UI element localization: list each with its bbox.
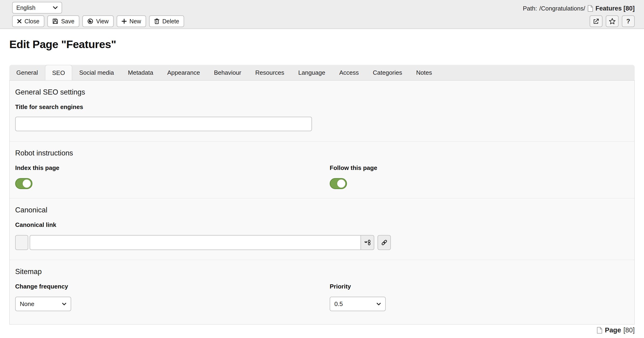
section-robot-instructions: Robot instructions Index this page Follo… <box>10 141 634 198</box>
change-frequency-value: None <box>20 300 34 308</box>
footer-page-type: Page <box>605 326 621 334</box>
priority-field: Priority 0.5 <box>330 276 629 311</box>
preview-link-button[interactable] <box>361 235 374 250</box>
chevron-down-icon <box>62 302 66 305</box>
new-button[interactable]: New <box>117 16 146 27</box>
priority-value: 0.5 <box>334 300 343 308</box>
chevron-down-icon <box>53 6 58 9</box>
save-icon <box>52 18 58 24</box>
section-heading: General SEO settings <box>15 88 629 96</box>
index-this-page-label: Index this page <box>15 164 330 172</box>
toggle-knob <box>337 179 345 188</box>
help-button-label: ? <box>626 18 630 25</box>
tab-language[interactable]: Language <box>291 65 332 80</box>
section-heading: Canonical <box>15 206 629 214</box>
follow-this-page-toggle[interactable] <box>330 178 347 189</box>
insert-link-button[interactable] <box>378 235 391 250</box>
tab-social-media[interactable]: Social media <box>72 65 121 80</box>
canonical-link-input[interactable] <box>30 235 361 250</box>
path-prefix: Path: <box>523 5 537 12</box>
priority-select[interactable]: 0.5 <box>330 297 386 311</box>
page-title: Edit Page "Features" <box>9 38 116 51</box>
page-icon <box>597 327 602 334</box>
plus-icon <box>122 19 127 24</box>
tab-notes[interactable]: Notes <box>409 65 439 80</box>
index-this-page-toggle[interactable] <box>15 178 32 189</box>
tab-bar: General SEO Social media Metadata Appear… <box>9 65 635 80</box>
follow-this-page-label: Follow this page <box>330 164 629 172</box>
breadcrumb: Path: /Congratulations/ Features [80] <box>523 3 635 14</box>
footer-page-id: [80] <box>624 326 635 334</box>
seo-tab-panel: General SEO settings Title for search en… <box>9 80 635 324</box>
path-text: /Congratulations/ <box>539 5 585 12</box>
tab-metadata[interactable]: Metadata <box>121 65 160 80</box>
section-general-seo: General SEO settings Title for search en… <box>10 81 634 141</box>
change-frequency-select[interactable]: None <box>15 297 71 311</box>
tab-appearance[interactable]: Appearance <box>160 65 207 80</box>
chevron-down-icon <box>376 302 381 305</box>
language-select-value: English <box>16 5 36 11</box>
eye-link-icon <box>364 239 371 246</box>
title-for-search-engines-input[interactable] <box>15 117 312 131</box>
section-heading: Robot instructions <box>15 149 629 157</box>
close-icon <box>17 19 22 24</box>
close-button[interactable]: Close <box>12 16 44 27</box>
editor-body: General SEO Social media Metadata Appear… <box>9 65 635 324</box>
canonical-link-group <box>15 235 629 250</box>
close-button-label: Close <box>24 18 40 25</box>
tab-resources[interactable]: Resources <box>248 65 291 80</box>
priority-label: Priority <box>330 283 629 290</box>
link-icon <box>381 239 388 246</box>
delete-button[interactable]: Delete <box>149 16 184 27</box>
view-icon <box>87 18 93 24</box>
footer-page-indicator: Page [80] <box>597 326 635 334</box>
canonical-link-label: Canonical link <box>15 221 629 228</box>
save-button-label: Save <box>61 18 74 25</box>
section-canonical: Canonical Canonical link <box>10 198 634 260</box>
canonical-link-prefix-box <box>15 235 28 250</box>
toolbar-button-row: Close Save View New Delete <box>12 16 184 27</box>
tab-seo[interactable]: SEO <box>45 65 72 81</box>
tab-access[interactable]: Access <box>332 65 366 80</box>
toggle-knob <box>23 179 31 188</box>
delete-button-label: Delete <box>162 18 179 25</box>
save-button[interactable]: Save <box>47 16 79 27</box>
view-button[interactable]: View <box>82 16 114 27</box>
section-heading: Sitemap <box>15 267 629 276</box>
trash-icon <box>154 18 160 24</box>
star-icon <box>609 18 616 25</box>
tab-categories[interactable]: Categories <box>366 65 409 80</box>
top-toolbar: English Close Save View New Delete Path:… <box>0 0 644 29</box>
index-this-page-field: Index this page <box>15 157 330 189</box>
follow-this-page-field: Follow this page <box>330 157 629 189</box>
help-button[interactable]: ? <box>622 16 635 27</box>
favourite-button[interactable] <box>606 16 618 27</box>
view-button-label: View <box>96 18 109 25</box>
title-for-search-engines-label: Title for search engines <box>15 103 629 111</box>
current-page-name: Features [80] <box>596 5 635 12</box>
page-icon <box>588 5 593 12</box>
tab-general[interactable]: General <box>9 65 45 80</box>
change-frequency-label: Change frequency <box>15 283 330 290</box>
open-external-button[interactable] <box>590 16 602 27</box>
change-frequency-field: Change frequency None <box>15 276 330 311</box>
language-select[interactable]: English <box>12 2 62 14</box>
toolbar-icon-row: ? <box>590 16 635 27</box>
section-sitemap: Sitemap Change frequency None Priority 0… <box>10 260 634 324</box>
new-button-label: New <box>130 18 141 25</box>
external-link-icon <box>593 18 600 25</box>
tab-behaviour[interactable]: Behaviour <box>207 65 248 80</box>
